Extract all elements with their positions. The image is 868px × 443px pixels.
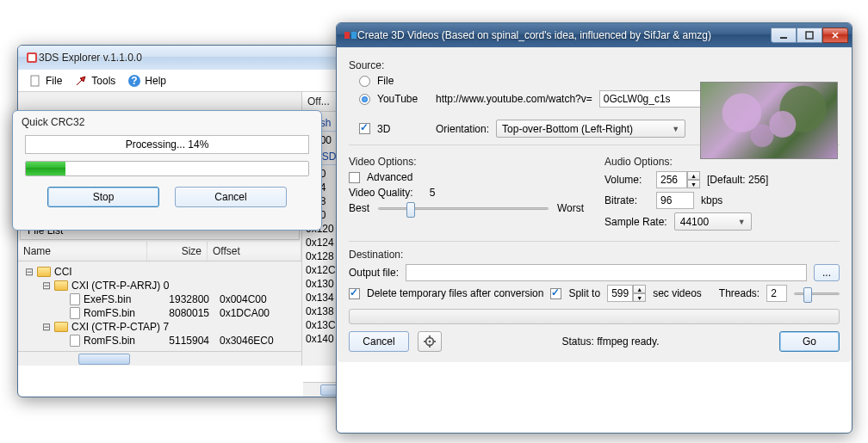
volume-spinner[interactable]: 256▲▼ (656, 171, 700, 188)
svg-point-12 (429, 341, 431, 343)
spin-up-icon[interactable]: ▲ (633, 285, 646, 293)
tree-node-cxi7[interactable]: ⊟CXI (CTR-P-CTAP) 7 (22, 320, 298, 334)
menu-file-label: File (46, 75, 62, 87)
app-icon (344, 28, 357, 42)
youtube-id-input[interactable]: 0GcLW0g_c1s (599, 90, 703, 108)
c3d-title: Create 3D Videos (Based on spinal_cord's… (357, 29, 771, 41)
split-checkbox[interactable] (550, 288, 561, 299)
tree-node-cxi0[interactable]: ⊟CXI (CTR-P-ARRJ) 0 (22, 279, 298, 292)
threads-slider[interactable] (794, 292, 840, 295)
split-spinner[interactable]: 599▲▼ (607, 285, 646, 302)
menu-help-label: Help (145, 75, 166, 87)
file-icon (70, 335, 80, 347)
col-size[interactable]: Size (147, 242, 208, 261)
folder-icon (37, 267, 51, 277)
threads-input[interactable]: 2 (766, 285, 787, 302)
close-button[interactable] (822, 28, 848, 43)
samplerate-dropdown[interactable]: 44100▼ (674, 212, 752, 231)
destination-label: Destination: (349, 249, 840, 261)
delete-tmp-label: Delete temporary files after conversion (367, 287, 543, 299)
folder-icon (54, 322, 68, 332)
conversion-progressbar (349, 309, 840, 324)
create3d-window: Create 3D Videos (Based on spinal_cord's… (336, 22, 852, 434)
source-label: Source: (349, 59, 840, 71)
c3d-titlebar[interactable]: Create 3D Videos (Based on spinal_cord's… (337, 23, 852, 47)
col-offset[interactable]: Offset (208, 242, 301, 261)
tools-icon (74, 74, 88, 88)
col-name[interactable]: Name (18, 242, 147, 261)
svg-rect-7 (344, 32, 350, 39)
browse-button[interactable]: ... (814, 264, 840, 281)
samplerate-label: Sample Rate: (604, 216, 667, 228)
help-icon: ? (127, 74, 141, 88)
orientation-dropdown[interactable]: Top-over-Bottom (Left-Right) ▼ (496, 120, 685, 138)
stop-button[interactable]: Stop (47, 187, 159, 207)
spin-down-icon[interactable]: ▼ (633, 293, 646, 302)
source-youtube-label: YouTube (377, 93, 429, 105)
app-icon (25, 51, 39, 65)
source-youtube-radio[interactable] (359, 94, 370, 105)
status-text: Status: ffmpeg ready. (450, 335, 771, 348)
output-label: Output file: (349, 267, 399, 279)
crc-progress-fill (26, 162, 65, 175)
cancel-button[interactable]: Cancel (349, 331, 409, 352)
slider-thumb[interactable] (803, 287, 812, 303)
quality-value: 5 (430, 187, 436, 199)
file-icon (70, 307, 80, 319)
h-scrollbar[interactable] (18, 351, 301, 366)
source-file-label: File (377, 75, 394, 87)
delete-tmp-checkbox[interactable] (349, 288, 360, 299)
sec-videos-label: sec videos (653, 287, 702, 299)
slider-thumb[interactable] (406, 202, 415, 218)
chevron-down-icon: ▼ (672, 125, 679, 133)
3d-checkbox[interactable] (359, 123, 370, 134)
quality-label: Video Quality: (349, 187, 413, 199)
bitrate-label: Bitrate: (604, 194, 649, 206)
minimize-button[interactable] (771, 28, 797, 43)
bitrate-unit: kbps (701, 194, 722, 206)
maximize-button[interactable] (797, 28, 822, 43)
best-label: Best (349, 202, 369, 214)
tree-file[interactable]: RomFS.bin51159040x3046EC0 (22, 334, 298, 348)
spin-down-icon[interactable]: ▼ (687, 180, 700, 188)
tree-file[interactable]: RomFS.bin80800150x1DCA00 (22, 306, 298, 320)
svg-rect-9 (780, 37, 787, 39)
crc-dialog: Quick CRC32 Processing... 14% Stop Cance… (12, 110, 322, 231)
split-to-label: Split to (568, 287, 600, 299)
volume-label: Volume: (604, 174, 649, 186)
settings-button[interactable] (418, 331, 442, 352)
source-file-radio[interactable] (359, 76, 370, 87)
video-preview (700, 82, 838, 159)
output-file-input[interactable] (406, 264, 807, 281)
svg-rect-1 (28, 54, 35, 61)
video-options-label: Video Options: (349, 156, 584, 168)
scrollbar-thumb[interactable] (78, 354, 130, 365)
advanced-checkbox[interactable] (349, 172, 360, 183)
quality-slider[interactable] (378, 207, 549, 210)
svg-text:?: ? (132, 75, 138, 87)
svg-rect-8 (351, 32, 356, 39)
menu-tools[interactable]: Tools (69, 72, 121, 89)
crc-status: Processing... 14% (25, 135, 309, 154)
worst-label: Worst (557, 202, 584, 214)
file-icon (28, 74, 42, 88)
menu-file[interactable]: File (23, 72, 67, 89)
svg-rect-4 (31, 76, 39, 86)
tree-file[interactable]: ExeFS.bin19328000x004C00 (22, 292, 298, 306)
cancel-button[interactable]: Cancel (175, 187, 287, 207)
menu-help[interactable]: ? Help (122, 72, 171, 89)
chevron-down-icon: ▼ (738, 218, 746, 226)
bitrate-input[interactable]: 96 (656, 192, 694, 209)
crc-progressbar (25, 161, 309, 176)
file-icon (70, 293, 80, 305)
orientation-label: Orientation: (436, 123, 489, 135)
youtube-url-prefix: http://www.youtube.com/watch?v= (436, 93, 592, 105)
volume-default: [Default: 256] (707, 174, 768, 186)
tree-node-cci[interactable]: ⊟CCI (22, 265, 298, 279)
gear-icon (424, 335, 436, 348)
advanced-label: Advanced (367, 171, 412, 183)
spin-up-icon[interactable]: ▲ (687, 171, 700, 180)
file-tree[interactable]: ⊟CCI ⊟CXI (CTR-P-ARRJ) 0 ExeFS.bin193280… (18, 261, 301, 351)
folder-icon (54, 280, 68, 291)
go-button[interactable]: Go (779, 331, 840, 352)
